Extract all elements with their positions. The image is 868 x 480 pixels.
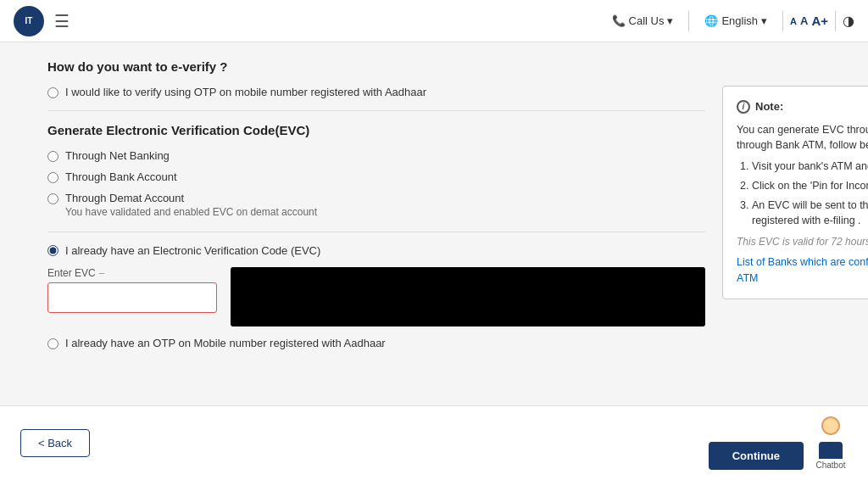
have-evc-label[interactable]: I already have an Electronic Verificatio… <box>65 244 320 257</box>
divider-1 <box>688 11 689 31</box>
language-button[interactable]: 🌐 English ▾ <box>696 11 776 31</box>
evc-black-redacted-area <box>231 267 705 327</box>
note-steps-list: Visit your bank's ATM and swipe your ATM… <box>737 159 868 229</box>
phone-icon: 📞 <box>612 14 626 27</box>
divider-3 <box>835 11 836 31</box>
option-net-banking-row: Through Net Banking <box>47 149 705 162</box>
font-small-button[interactable]: A <box>790 16 797 26</box>
call-us-button[interactable]: 📞 Call Us ▾ <box>604 11 682 31</box>
font-controls: A A A+ <box>790 14 828 28</box>
option-otp-aadhaar-row: I would like to verify using OTP on mobi… <box>47 86 705 98</box>
have-otp-label[interactable]: I already have an OTP on Mobile number r… <box>65 337 386 349</box>
font-large-button[interactable]: A+ <box>811 14 828 28</box>
evc-input-group: Enter EVC – <box>47 267 217 313</box>
option-have-otp-row: I already have an OTP on Mobile number r… <box>47 337 705 349</box>
footer-right: Continue Chatbot <box>709 416 848 470</box>
header: IT ☰ 📞 Call Us ▾ 🌐 English ▾ A A A+ ◑ <box>0 0 868 42</box>
divider-2 <box>782 11 783 31</box>
note-intro: You can generate EVC through Bank ATM. T… <box>737 122 868 154</box>
evc-input[interactable] <box>47 282 217 313</box>
demat-account-radio[interactable] <box>47 193 58 204</box>
evc-input-label-text: Enter EVC – <box>47 267 217 279</box>
lang-dropdown-icon: ▾ <box>761 14 767 27</box>
bank-account-label[interactable]: Through Bank Account <box>65 170 177 183</box>
option-demat-account-row: Through Demat Account You have validated… <box>47 192 705 218</box>
net-banking-radio[interactable] <box>47 151 58 162</box>
note-step-2: Click on the 'Pin for Income Tax filing'… <box>752 178 868 194</box>
note-title: i Note: <box>737 98 868 115</box>
evc-input-row: Enter EVC – <box>47 267 705 327</box>
call-dropdown-icon: ▾ <box>667 14 673 27</box>
divider-top <box>47 110 705 111</box>
note-banks-link[interactable]: List of Banks which are configured to ge… <box>737 256 868 284</box>
chatbot-head <box>821 416 840 435</box>
demat-account-sublabel: You have validated and enabled EVC on de… <box>65 206 317 218</box>
note-step-3: An EVC will be sent to the mobile number… <box>752 198 868 230</box>
header-left: IT ☰ <box>14 6 70 36</box>
font-medium-button[interactable]: A <box>800 14 808 27</box>
have-evc-radio[interactable] <box>47 245 58 256</box>
option-bank-account-row: Through Bank Account <box>47 170 705 183</box>
globe-icon: 🌐 <box>704 14 718 27</box>
note-validity: This EVC is valid for 72 hours. <box>737 234 868 249</box>
left-column: I would like to verify using OTP on mobi… <box>47 86 705 358</box>
hamburger-menu[interactable]: ☰ <box>54 11 70 31</box>
demat-account-label[interactable]: Through Demat Account <box>65 192 184 204</box>
have-otp-radio[interactable] <box>47 338 58 349</box>
otp-aadhaar-radio[interactable] <box>47 87 58 98</box>
right-column: i Note: You can generate EVC through Ban… <box>722 86 868 299</box>
chatbot-body <box>819 442 843 459</box>
header-right: 📞 Call Us ▾ 🌐 English ▾ A A A+ ◑ <box>604 11 854 31</box>
evc-already-have-section: I already have an Electronic Verificatio… <box>47 232 705 349</box>
continue-button[interactable]: Continue <box>709 442 804 470</box>
page-title: How do you want to e-verify ? <box>47 59 821 74</box>
net-banking-label[interactable]: Through Net Banking <box>65 149 170 162</box>
contrast-button[interactable]: ◑ <box>843 13 854 29</box>
info-icon: i <box>737 100 750 114</box>
evc-section-title: Generate Electronic Verification Code(EV… <box>47 123 705 137</box>
back-button[interactable]: < Back <box>20 429 90 457</box>
note-box: i Note: You can generate EVC through Ban… <box>722 86 868 299</box>
note-step-1: Visit your bank's ATM and swipe your ATM… <box>752 159 868 175</box>
chatbot-figure <box>814 416 848 459</box>
otp-aadhaar-label[interactable]: I would like to verify using OTP on mobi… <box>65 86 426 98</box>
main-content: How do you want to e-verify ? I would li… <box>27 42 841 426</box>
logo: IT <box>14 6 44 36</box>
have-evc-row: I already have an Electronic Verificatio… <box>47 244 705 257</box>
bank-account-radio[interactable] <box>47 172 58 183</box>
two-col-layout: I would like to verify using OTP on mobi… <box>47 86 821 358</box>
chatbot-area[interactable]: Chatbot <box>814 416 848 470</box>
footer: < Back Continue Chatbot <box>0 405 868 480</box>
chatbot-label: Chatbot <box>815 460 845 470</box>
